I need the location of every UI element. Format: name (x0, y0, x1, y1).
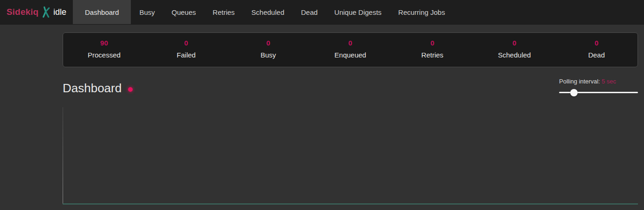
stat-scheduled: 0 Scheduled (473, 39, 555, 67)
stat-label: Enqueued (309, 51, 392, 59)
stat-label: Dead (555, 51, 638, 59)
process-status: idle (53, 7, 66, 17)
heading-left: Dashboard (63, 81, 133, 95)
stat-enqueued: 0 Enqueued (309, 39, 392, 67)
heading-row: Dashboard Polling interval: 5 sec (63, 81, 638, 96)
stat-label: Scheduled (473, 51, 555, 59)
content-container: 90 Processed 0 Failed 0 Busy 0 Enqueued … (63, 32, 638, 204)
brand-name: Sidekiq (6, 7, 39, 17)
brand[interactable]: Sidekiq idle (0, 0, 72, 24)
tab-queues[interactable]: Queues (163, 0, 205, 24)
stat-busy: 0 Busy (227, 39, 309, 67)
tab-busy[interactable]: Busy (131, 0, 163, 24)
stat-failed: 0 Failed (145, 39, 227, 67)
sidekiq-logo-icon (42, 6, 50, 18)
polling-control: Polling interval: 5 sec (559, 78, 638, 96)
polling-interval-slider[interactable] (559, 89, 638, 96)
polling-slider-thumb[interactable] (570, 89, 578, 96)
live-beacon-icon (128, 87, 133, 92)
stats-summary-bar: 90 Processed 0 Failed 0 Busy 0 Enqueued … (63, 32, 638, 67)
stat-label: Busy (227, 51, 309, 59)
stat-dead: 0 Dead (555, 39, 638, 67)
realtime-chart (63, 106, 638, 204)
stat-value: 0 (227, 39, 309, 47)
polling-caption: Polling interval: 5 sec (559, 78, 638, 85)
stat-value: 0 (555, 39, 638, 47)
tab-retries[interactable]: Retries (204, 0, 243, 24)
stat-value: 0 (391, 39, 473, 47)
stat-value: 90 (63, 39, 145, 47)
tab-dashboard[interactable]: Dashboard (73, 0, 131, 24)
stat-label: Failed (145, 51, 227, 59)
tab-recurring-jobs[interactable]: Recurring Jobs (390, 0, 453, 24)
stat-value: 0 (309, 39, 392, 47)
nav-tabs: Dashboard Busy Queues Retries Scheduled … (73, 0, 453, 24)
stat-value: 0 (473, 39, 555, 47)
tab-unique-digests[interactable]: Unique Digests (326, 0, 390, 24)
tab-dead[interactable]: Dead (293, 0, 326, 24)
stat-processed: 90 Processed (63, 39, 145, 67)
stat-label: Processed (63, 51, 145, 59)
polling-label: Polling interval: (559, 78, 600, 85)
tab-scheduled[interactable]: Scheduled (243, 0, 293, 24)
stat-value: 0 (145, 39, 227, 47)
stat-retries: 0 Retries (391, 39, 473, 67)
page-title: Dashboard (63, 81, 122, 95)
top-navbar: Sidekiq idle Dashboard Busy Queues Retri… (0, 0, 644, 25)
chart-y-axis (63, 107, 63, 204)
stat-label: Retries (391, 51, 473, 59)
polling-value: 5 sec (602, 78, 616, 85)
